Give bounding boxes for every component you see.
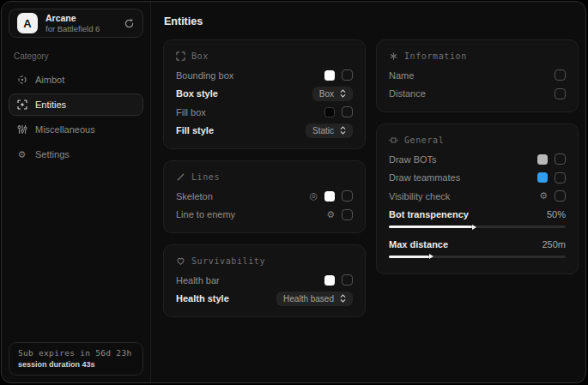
grid-icon [389, 135, 398, 145]
max-distance-label: Max distance [389, 239, 448, 250]
skeleton-label: Skeleton [176, 191, 213, 202]
survivability-section-title: Survivability [191, 256, 265, 266]
sidebar-nav: Aimbot Entities [2, 69, 150, 165]
bot-transpenency-slider[interactable] [389, 226, 566, 228]
health-style-row: Health style Health based [176, 290, 353, 309]
bounding-box-label: Bounding box [176, 70, 233, 81]
slider-thumb[interactable] [429, 254, 433, 259]
distance-checkbox[interactable] [555, 88, 566, 99]
lines-section-header: Lines [176, 172, 353, 182]
fill-style-dropdown[interactable]: Static [306, 123, 353, 138]
box-section-card: Box Bounding box Box style Box [163, 39, 366, 149]
draw-teammates-row: Draw teammates [389, 169, 566, 188]
fill-style-value: Static [312, 126, 334, 135]
box-style-value: Box [319, 89, 334, 99]
general-section-card: General Draw BOTs Draw teammates [376, 123, 579, 274]
health-style-value: Health based [283, 294, 334, 304]
box-style-dropdown[interactable]: Box [312, 87, 353, 101]
bot-transpenency-row: Bot transpenency 50% [389, 206, 566, 225]
app-title-block: Arcane for Battlefield 6 [45, 14, 100, 33]
app-name: Arcane [45, 14, 100, 23]
box-section-header: Box [176, 51, 353, 61]
lines-section-title: Lines [191, 172, 220, 182]
gear-icon[interactable]: ⚙ [539, 191, 548, 201]
fill-box-row: Fill box [176, 103, 353, 122]
general-section-title: General [404, 135, 444, 145]
slider-thumb[interactable] [472, 225, 476, 230]
box-style-row: Box style Box [176, 85, 353, 104]
app-header-card: A Arcane for Battlefield 6 [9, 9, 143, 38]
health-style-dropdown[interactable]: Health based [276, 292, 353, 306]
health-bar-color-swatch[interactable] [324, 275, 335, 286]
category-label: Category [14, 51, 138, 61]
box-style-label: Box style [176, 88, 218, 99]
health-bar-label: Health bar [176, 275, 220, 286]
max-distance-slider[interactable] [389, 256, 566, 258]
session-duration-text: session duration 43s [18, 360, 134, 369]
sidebar-item-aimbot[interactable]: Aimbot [9, 69, 143, 91]
box-corners-icon [176, 51, 185, 61]
draw-bots-label: Draw BOTs [389, 154, 437, 165]
sidebar: A Arcane for Battlefield 6 Category [2, 2, 151, 382]
sidebar-item-label: Aimbot [35, 75, 64, 85]
line-to-enemy-checkbox[interactable] [342, 209, 353, 220]
bounding-box-color-swatch[interactable] [324, 70, 335, 81]
slider-fill [389, 226, 472, 228]
sync-icon[interactable] [124, 18, 135, 29]
sidebar-item-miscellaneous[interactable]: Miscellaneous [9, 118, 143, 141]
app-logo: A [17, 13, 38, 33]
survivability-section-card: Survivability Health bar Health style He… [163, 244, 366, 317]
general-section-header: General [389, 135, 566, 145]
visibility-check-label: Visibility check [389, 191, 450, 202]
fill-style-label: Fill style [176, 125, 214, 135]
crosshair-icon [16, 75, 27, 85]
sub-expires-text: Sub expires in 56d 23h [18, 348, 134, 358]
name-checkbox[interactable] [555, 69, 566, 81]
draw-bots-checkbox[interactable] [555, 153, 566, 165]
gear-icon[interactable]: ⚙ [326, 210, 335, 220]
sidebar-item-label: Settings [35, 149, 70, 159]
draw-teammates-checkbox[interactable] [555, 172, 566, 183]
bot-transpenency-label: Bot transpenency [389, 209, 469, 220]
health-bar-row: Health bar [176, 271, 353, 290]
fill-box-label: Fill box [176, 107, 206, 117]
survivability-section-header: Survivability [176, 256, 353, 266]
bounding-box-row: Bounding box [176, 66, 353, 85]
health-style-label: Health style [176, 293, 229, 304]
skeleton-checkbox[interactable] [342, 190, 353, 202]
distance-row: Distance [389, 85, 566, 104]
fill-box-color-swatch[interactable] [324, 107, 335, 117]
bot-transpenency-value: 50% [547, 209, 566, 220]
health-bar-checkbox[interactable] [342, 274, 353, 286]
subscription-info-card: Sub expires in 56d 23h session duration … [9, 342, 143, 376]
information-section-card: Information Name Distance [376, 39, 579, 112]
app-window: A Arcane for Battlefield 6 Category [1, 1, 586, 383]
name-label: Name [389, 70, 414, 81]
sidebar-item-settings[interactable]: ⚙ Settings [9, 143, 143, 165]
name-row: Name [389, 66, 566, 85]
entities-icon [16, 99, 27, 110]
main-panel: Entities Box Bounding box [151, 2, 585, 382]
line-to-enemy-label: Line to enemy [176, 209, 235, 220]
target-icon[interactable]: ◎ [309, 191, 318, 201]
skeleton-row: Skeleton ◎ [176, 187, 353, 206]
max-distance-value: 250m [542, 239, 566, 250]
box-section-title: Box [191, 51, 209, 61]
bounding-box-checkbox[interactable] [342, 69, 353, 81]
info-icon [389, 51, 398, 61]
draw-teammates-color-swatch[interactable] [537, 172, 548, 183]
draw-bots-row: Draw BOTs [389, 150, 566, 169]
updown-chevron-icon [340, 126, 346, 135]
fill-box-checkbox[interactable] [342, 106, 353, 117]
skeleton-color-swatch[interactable] [324, 191, 335, 202]
sidebar-item-label: Miscellaneous [35, 124, 95, 135]
draw-bots-color-swatch[interactable] [537, 154, 548, 165]
page-title: Entities [164, 15, 573, 27]
visibility-check-checkbox[interactable] [555, 190, 566, 202]
right-column: Information Name Distance [376, 39, 579, 317]
max-distance-row: Max distance 250m [389, 235, 566, 254]
slider-fill [389, 256, 429, 258]
survivability-icon [176, 256, 185, 266]
sidebar-item-entities[interactable]: Entities [9, 93, 143, 116]
app-subtitle: for Battlefield 6 [45, 25, 100, 33]
